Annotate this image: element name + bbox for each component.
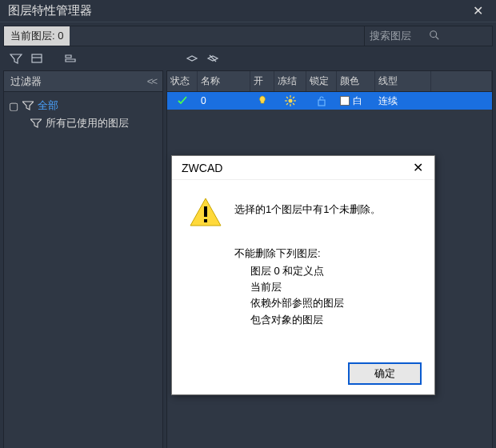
table-row[interactable]: 0 白 连续 [167, 92, 492, 110]
alert-dialog: ZWCAD ✕ 选择的1个图层中有1个未删除。 不能删除下列图层: 图层 0 和… [171, 155, 435, 395]
dialog-list-header: 不能删除下列图层: [234, 246, 418, 262]
cell-extra [431, 92, 492, 110]
svg-point-5 [289, 99, 293, 103]
dialog-list-item: 图层 0 和定义点 [234, 263, 418, 279]
dialog-button-row: 确定 [172, 359, 434, 394]
search-placeholder: 搜索图层 [370, 29, 429, 43]
check-icon [177, 96, 188, 106]
tree-expand-icon[interactable]: ▢ [9, 100, 18, 112]
lock-open-icon [317, 95, 326, 106]
dialog-message: 选择的1个图层中有1个未删除。 [234, 196, 381, 217]
ok-button[interactable]: 确定 [348, 362, 422, 385]
color-name: 白 [353, 94, 362, 108]
filter-icon [22, 100, 34, 111]
warning-icon [188, 196, 223, 228]
col-on[interactable]: 开 [250, 71, 274, 91]
tree-node-all-label: 全部 [38, 98, 58, 113]
current-layer-bar: 当前图层: 0 搜索图层 [3, 26, 493, 46]
svg-line-12 [286, 103, 288, 105]
window-title: 图层特性管理器 [8, 3, 464, 18]
new-filter-icon[interactable] [8, 50, 24, 66]
dialog-list: 不能删除下列图层: 图层 0 和定义点 当前层 依赖外部参照的图层 包含对象的图… [234, 246, 418, 328]
search-input[interactable]: 搜索图层 [364, 26, 492, 46]
col-lock[interactable]: 锁定 [306, 71, 337, 91]
svg-rect-14 [318, 100, 325, 106]
cell-linetype[interactable]: 连续 [375, 92, 431, 110]
svg-rect-2 [32, 54, 42, 62]
tree-node-used[interactable]: 所有已使用的图层 [7, 114, 159, 132]
color-swatch [340, 96, 350, 106]
tree-node-all[interactable]: ▢ 全部 [7, 97, 159, 114]
dialog-list-item: 当前层 [234, 279, 418, 295]
dialog-title: ZWCAD [182, 162, 407, 174]
filter-panel-title: 过滤器 [10, 74, 42, 89]
dialog-titlebar: ZWCAD ✕ [172, 156, 434, 180]
search-icon [429, 30, 488, 43]
lightbulb-icon [258, 95, 267, 106]
cell-state [167, 92, 198, 110]
delete-layer-icon[interactable] [205, 50, 221, 66]
cell-name: 0 [198, 92, 250, 110]
dialog-body: 选择的1个图层中有1个未删除。 不能删除下列图层: 图层 0 和定义点 当前层 … [172, 180, 434, 359]
dialog-list-item: 依赖外部参照的图层 [234, 295, 418, 311]
svg-rect-16 [204, 219, 207, 222]
cell-freeze[interactable] [274, 92, 306, 110]
svg-rect-15 [204, 206, 207, 217]
window-titlebar: 图层特性管理器 ✕ [0, 0, 496, 22]
col-freeze[interactable]: 冻结 [274, 71, 306, 91]
current-layer-spacer [70, 26, 364, 46]
col-name[interactable]: 名称 [198, 71, 250, 91]
svg-line-11 [293, 103, 294, 105]
close-icon[interactable]: ✕ [464, 0, 491, 22]
layer-states-icon[interactable] [62, 50, 78, 66]
dialog-list-item: 包含对象的图层 [234, 312, 418, 328]
collapse-icon[interactable]: << [147, 75, 156, 87]
cell-lock[interactable] [306, 92, 337, 110]
toolbar [0, 46, 496, 69]
tree-node-used-label: 所有已使用的图层 [46, 116, 129, 130]
new-group-filter-icon[interactable] [29, 50, 45, 66]
filter-panel: 过滤器 << ▢ 全部 所有已使用的图层 [3, 70, 163, 448]
col-state[interactable]: 状态 [167, 71, 198, 91]
col-color[interactable]: 颜色 [337, 71, 375, 91]
layer-grid-header: 状态 名称 开 冻结 锁定 颜色 线型 [167, 71, 492, 92]
current-layer-label: 当前图层: 0 [4, 26, 70, 46]
filter-panel-header: 过滤器 << [4, 71, 162, 92]
svg-line-1 [435, 36, 438, 39]
filter-icon [30, 118, 42, 129]
cell-on[interactable] [250, 92, 274, 110]
col-ltype[interactable]: 线型 [375, 71, 431, 91]
svg-line-10 [286, 97, 288, 98]
svg-line-13 [293, 97, 294, 98]
dialog-close-icon[interactable]: ✕ [407, 160, 428, 175]
svg-point-0 [430, 30, 436, 37]
col-extra[interactable] [431, 71, 492, 91]
new-layer-icon[interactable] [184, 50, 200, 66]
sun-icon [285, 95, 296, 106]
cell-color[interactable]: 白 [337, 92, 375, 110]
filter-tree: ▢ 全部 所有已使用的图层 [4, 92, 162, 137]
